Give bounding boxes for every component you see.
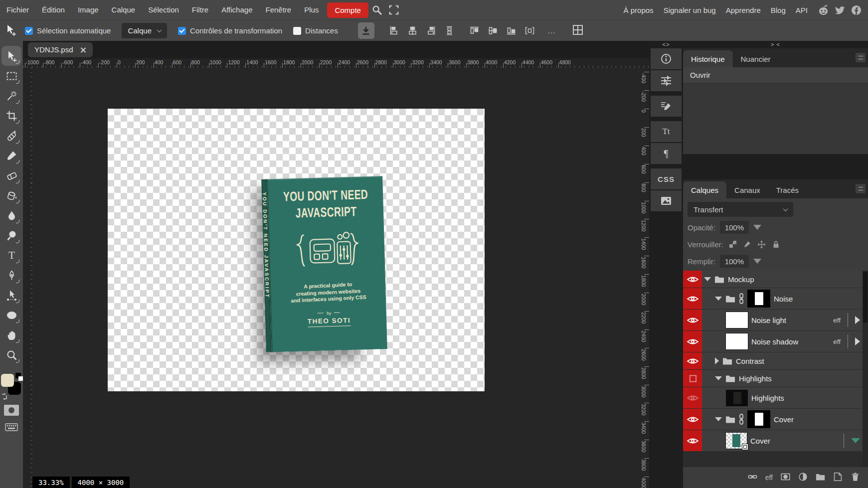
layer-visibility-toggle[interactable] (683, 430, 702, 451)
tool-rectangle-select[interactable] (1, 66, 21, 86)
auto-select-option[interactable]: Sélection automatique (25, 26, 111, 35)
layer-effects-label[interactable]: eff (833, 317, 841, 324)
tool-ellipse[interactable] (1, 305, 21, 325)
tool-type[interactable]: T (1, 245, 21, 265)
account-button[interactable]: Compte (327, 2, 368, 18)
swap-colors-icon[interactable] (1, 393, 8, 400)
layer-effects-label[interactable]: eff (833, 338, 841, 345)
tool-path-select[interactable] (1, 285, 21, 305)
tool-spot-healing[interactable] (1, 126, 21, 146)
tool-brush[interactable] (1, 146, 21, 165)
collapse-chevron-icon[interactable] (715, 357, 719, 364)
layer-row[interactable]: Cover (683, 430, 863, 451)
menu-link-apprendre[interactable]: Apprendre (721, 6, 766, 14)
new-group-icon[interactable] (816, 472, 825, 484)
layer-row[interactable]: Noise shadoweff (683, 331, 863, 352)
layer-dropdown-icon[interactable] (851, 438, 860, 443)
lock-transparency-icon[interactable] (728, 239, 738, 249)
keyboard-shortcuts-icon[interactable] (5, 423, 18, 434)
distribute-vertical-icon[interactable] (445, 26, 455, 36)
tool-paint-bucket[interactable] (1, 185, 21, 205)
transform-controls-option[interactable]: Contrôles de transformation (178, 26, 282, 35)
layer-visibility-toggle[interactable] (683, 387, 702, 408)
menu-item-affichage[interactable]: Affichage (215, 0, 259, 20)
tool-pen[interactable] (1, 265, 21, 285)
menu-item-fentre[interactable]: Fenêtre (259, 0, 298, 20)
layer-thumbnail[interactable] (726, 433, 747, 449)
twitter-icon[interactable] (834, 4, 846, 16)
link-layers-icon[interactable] (748, 472, 757, 484)
tool-hand[interactable] (1, 325, 21, 345)
adjustments-icon[interactable] (651, 70, 682, 91)
css-panel-icon[interactable]: CSS (651, 168, 682, 189)
tab-calques[interactable]: Calques (683, 181, 726, 198)
history-entry[interactable]: Ouvrir (683, 67, 868, 83)
panel-menu-icon[interactable] (856, 184, 866, 193)
align-center-h-icon[interactable] (408, 26, 418, 36)
lock-position-icon[interactable] (757, 239, 767, 249)
menu-link-propos[interactable]: À propos (619, 6, 659, 14)
blend-mode-select[interactable]: Transfert (688, 202, 793, 217)
align-bottom-icon[interactable] (507, 26, 517, 36)
horizontal-ruler[interactable]: -1000-800-600-400-2000200400600800100012… (23, 58, 649, 68)
menu-link-api[interactable]: API (791, 6, 813, 14)
collapse-panel-toggle[interactable]: > < (683, 41, 868, 47)
search-icon[interactable] (368, 1, 385, 18)
layer-mask-thumbnail[interactable] (747, 410, 770, 428)
fullscreen-icon[interactable] (385, 1, 402, 18)
expand-effects-icon[interactable] (855, 337, 860, 345)
layer-visibility-toggle[interactable] (683, 331, 702, 352)
layer-row[interactable]: Mockup (683, 271, 863, 288)
layer-visibility-toggle[interactable] (683, 409, 702, 430)
character-panel-icon[interactable]: Tt (651, 121, 682, 142)
delete-layer-icon[interactable] (851, 472, 860, 484)
layer-row[interactable]: Highlights (683, 370, 863, 387)
new-layer-icon[interactable] (833, 472, 843, 484)
menu-item-calque[interactable]: Calque (105, 0, 142, 20)
collapse-chevron-icon[interactable] (715, 417, 722, 421)
document-tab[interactable]: YDNJS.psd (28, 42, 93, 57)
align-right-icon[interactable] (426, 26, 436, 36)
tool-blur[interactable] (1, 205, 21, 225)
layer-thumbnail[interactable] (726, 333, 748, 349)
menu-item-image[interactable]: Image (71, 0, 105, 20)
fill-slider-icon[interactable] (753, 259, 761, 264)
facebook-icon[interactable] (850, 4, 862, 16)
layers-scrollbar[interactable] (863, 271, 868, 467)
tool-eraser[interactable] (1, 165, 21, 185)
menu-link-signalerunbug[interactable]: Signaler un bug (659, 6, 721, 14)
distribute-horizontal-icon[interactable] (525, 26, 535, 36)
menu-item-fichier[interactable]: Fichier (0, 0, 35, 20)
tab-historique[interactable]: Historique (683, 50, 733, 67)
layer-row[interactable]: Contrast (683, 352, 863, 369)
auto-select-checkbox[interactable] (25, 27, 33, 35)
quick-mask-button[interactable] (4, 405, 19, 416)
collapse-chevron-icon[interactable] (704, 277, 711, 281)
tool-dodge[interactable] (1, 225, 21, 245)
color-swatches[interactable] (1, 373, 22, 397)
collapse-chevron-icon[interactable] (715, 376, 722, 380)
layer-row[interactable]: Noise (683, 288, 863, 309)
layer-visibility-toggle[interactable] (683, 288, 702, 309)
menu-link-blog[interactable]: Blog (766, 6, 791, 14)
distances-checkbox[interactable] (293, 27, 301, 35)
layer-row[interactable]: Noise lighteff (683, 310, 863, 330)
tool-move[interactable] (1, 46, 21, 66)
layer-visibility-toggle[interactable] (683, 271, 702, 288)
lock-pixels-icon[interactable] (742, 239, 752, 249)
arrange-grid-icon[interactable] (572, 24, 583, 37)
document-canvas[interactable]: YOU DON'T NEED JAVASCRIPT YOU DON'T NEED… (108, 109, 485, 391)
info-icon[interactable] (651, 48, 682, 69)
tab-canaux[interactable]: Canaux (726, 181, 768, 198)
canvas-area[interactable]: YOU DON'T NEED JAVASCRIPT YOU DON'T NEED… (23, 68, 649, 488)
distances-option[interactable]: Distances (293, 26, 338, 35)
menu-item-filtre[interactable]: Filtre (185, 0, 215, 20)
align-left-icon[interactable] (389, 26, 399, 36)
scrollbar-thumb[interactable] (863, 272, 868, 323)
paragraph-panel-icon[interactable]: ¶ (651, 143, 682, 164)
more-options-button[interactable]: ... (548, 26, 556, 35)
foreground-color[interactable] (1, 374, 14, 387)
collapse-chevron-icon[interactable] (715, 297, 722, 301)
menu-item-slection[interactable]: Sélection (142, 0, 185, 20)
tab-traces[interactable]: Tracés (768, 181, 807, 198)
